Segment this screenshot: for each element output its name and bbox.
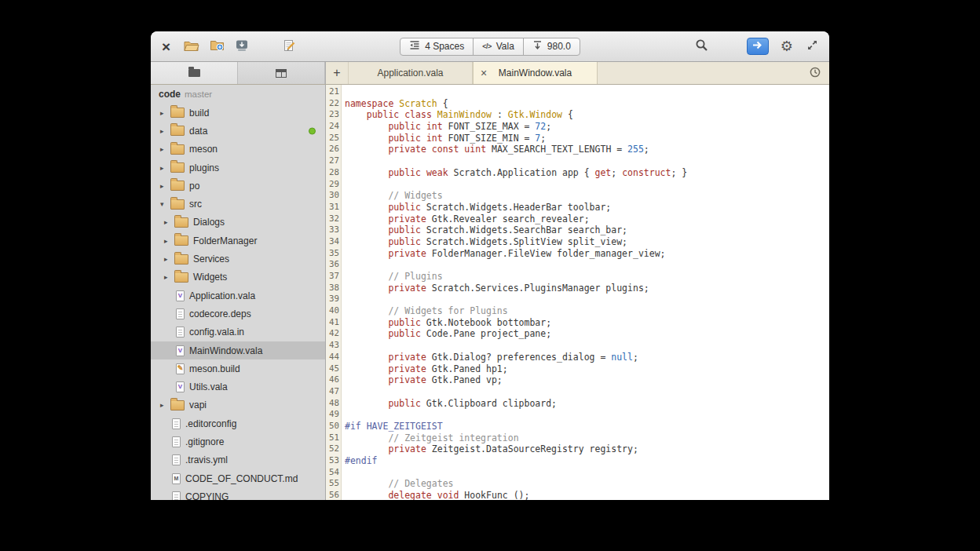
tree-item-editorconfig[interactable]: .editorconfig (151, 414, 325, 432)
code-line-22[interactable]: 22namespace Scratch { (326, 98, 829, 110)
expander-icon[interactable]: ▸ (160, 182, 170, 190)
indent-width-button[interactable]: 4 Spaces (400, 38, 474, 56)
code-line-23[interactable]: 23 public class MainWindow : Gtk.Window … (326, 109, 829, 121)
expander-icon[interactable]: ▸ (160, 401, 170, 409)
file-name: Dialogs (193, 217, 225, 228)
code-line-56[interactable]: 56 delegate void HookFunc (); (326, 490, 829, 500)
code-line-42[interactable]: 42 public Code.Pane project_pane; (326, 328, 829, 340)
search-button[interactable] (693, 37, 710, 56)
code-line-50[interactable]: 50#if HAVE_ZEITGEIST (326, 421, 829, 432)
expander-icon[interactable]: ▸ (164, 218, 174, 226)
expander-icon[interactable]: ▸ (160, 164, 170, 172)
tree-item-dialogs[interactable]: ▸Dialogs (151, 213, 325, 232)
save-button[interactable] (233, 38, 250, 56)
new-tab-button[interactable]: + (326, 62, 348, 84)
line-number: 47 (326, 386, 341, 398)
tree-item-copying[interactable]: COPYING (151, 487, 325, 500)
code-line-45[interactable]: 45 private Gtk.Paned hp1; (326, 363, 829, 375)
tab-application-vala[interactable]: Application.vala (348, 62, 473, 84)
code-line-44[interactable]: 44 private Gtk.Dialog? preferences_dialo… (326, 352, 829, 363)
close-button[interactable]: × (160, 38, 172, 56)
outline-view-toggle[interactable] (238, 62, 325, 84)
file-glyph: V (178, 384, 182, 390)
expander-icon[interactable]: ▸ (160, 127, 170, 135)
code-line-47[interactable]: 47 (326, 386, 829, 398)
tree-item-travis-yml[interactable]: .travis.yml (151, 451, 325, 469)
history-button[interactable] (801, 62, 829, 84)
expander-icon[interactable]: ▾ (160, 200, 170, 208)
tree-item-foldermanager[interactable]: ▸FolderManager (151, 232, 325, 250)
code-line-48[interactable]: 48 public Gtk.Clipboard clipboard; (326, 398, 829, 410)
tab-close-button[interactable]: × (481, 68, 487, 78)
code-line-39[interactable]: 39 (326, 294, 829, 305)
tree-item-data[interactable]: ▸data (151, 122, 325, 140)
code-line-25[interactable]: 25 public int FONT_SIZE_MIN = 7; (326, 133, 829, 144)
code-line-49[interactable]: 49 (326, 409, 829, 421)
code-line-28[interactable]: 28 public weak Scratch.Application app {… (326, 167, 829, 179)
code-line-41[interactable]: 41 public Gtk.Notebook bottombar; (326, 317, 829, 329)
toolbar-left-actions: × (160, 38, 338, 56)
templates-button[interactable] (208, 38, 226, 55)
goto-line-button[interactable]: 980.0 (523, 38, 580, 56)
line-number: 46 (326, 374, 341, 386)
tree-item-meson-build[interactable]: ✎meson.build (151, 359, 325, 378)
code-text: // Zeitgeist integration (341, 432, 519, 443)
code-line-32[interactable]: 32 private Gtk.Revealer search_revealer; (326, 213, 829, 225)
code-text: // Widgets for Plugins (341, 305, 508, 316)
code-line-51[interactable]: 51 // Zeitgeist integration (326, 432, 829, 444)
tree-item-src[interactable]: ▾src (151, 195, 325, 213)
code-line-30[interactable]: 30 // Widgets (326, 190, 829, 202)
tree-item-vapi[interactable]: ▸vapi (151, 396, 325, 414)
code-line-33[interactable]: 33 public Scratch.Widgets.SearchBar sear… (326, 224, 829, 236)
tree-item-config-vala-in[interactable]: config.vala.in (151, 323, 325, 341)
project-header[interactable]: code master (151, 85, 325, 104)
code-line-38[interactable]: 38 private Scratch.Services.PluginsManag… (326, 283, 829, 294)
expander-icon[interactable]: ▸ (164, 237, 174, 245)
tree-item-meson[interactable]: ▸meson (151, 140, 325, 159)
code-editor[interactable]: 2122namespace Scratch {23 public class M… (326, 85, 829, 500)
code-line-54[interactable]: 54 (326, 467, 829, 479)
expander-icon[interactable]: ▸ (160, 109, 170, 117)
tree-item-plugins[interactable]: ▸plugins (151, 159, 325, 177)
tree-item-application-vala[interactable]: VApplication.vala (151, 286, 325, 305)
code-line-31[interactable]: 31 public Scratch.Widgets.HeaderBar tool… (326, 202, 829, 213)
tree-item-codecore-deps[interactable]: codecore.deps (151, 305, 325, 323)
project-view-toggle[interactable] (151, 62, 238, 84)
code-line-21[interactable]: 21 (326, 86, 829, 98)
share-button[interactable] (747, 38, 769, 55)
fullscreen-button[interactable] (805, 38, 820, 55)
tree-item-utils-vala[interactable]: VUtils.vala (151, 378, 325, 396)
expander-icon[interactable]: ▸ (160, 145, 170, 153)
code-app-window: × (151, 31, 829, 500)
code-line-29[interactable]: 29 (326, 179, 829, 191)
toolbar-right-actions: ⚙ (642, 37, 820, 56)
code-line-46[interactable]: 46 private Gtk.Paned vp; (326, 374, 829, 386)
code-line-53[interactable]: 53#endif (326, 455, 829, 467)
code-line-34[interactable]: 34 public Scratch.Widgets.SplitView spli… (326, 236, 829, 248)
open-file-button[interactable] (181, 38, 201, 56)
code-line-55[interactable]: 55 // Delegates (326, 478, 829, 490)
tree-item-gitignore[interactable]: .gitignore (151, 432, 325, 451)
tree-item-po[interactable]: ▸po (151, 177, 325, 195)
language-button[interactable]: </> Vala (473, 38, 524, 56)
tree-item-services[interactable]: ▸Services (151, 250, 325, 268)
tree-item-code-of-conduct-md[interactable]: MCODE_OF_CONDUCT.md (151, 469, 325, 487)
code-line-43[interactable]: 43 (326, 340, 829, 352)
code-line-24[interactable]: 24 public int FONT_SIZE_MAX = 72; (326, 121, 829, 133)
code-line-26[interactable]: 26 private const uint MAX_SEARCH_TEXT_LE… (326, 144, 829, 155)
code-line-40[interactable]: 40 // Widgets for Plugins (326, 305, 829, 317)
code-line-35[interactable]: 35 private FolderManager.FileView folder… (326, 248, 829, 260)
settings-button[interactable]: ⚙ (779, 38, 795, 55)
code-line-36[interactable]: 36 (326, 259, 829, 271)
tab-mainwindow-vala[interactable]: × MainWindow.vala (473, 62, 598, 84)
code-line-37[interactable]: 37 // Plugins (326, 271, 829, 283)
tree-item-mainwindow-vala[interactable]: VMainWindow.vala (151, 341, 325, 359)
tree-item-build[interactable]: ▸build (151, 104, 325, 122)
code-line-52[interactable]: 52 private Zeitgeist.DataSourceRegistry … (326, 443, 829, 455)
expander-icon[interactable]: ▸ (164, 255, 174, 263)
tree-item-widgets[interactable]: ▸Widgets (151, 268, 325, 286)
line-number: 25 (326, 133, 341, 144)
save-as-button[interactable] (281, 38, 298, 56)
expander-icon[interactable]: ▸ (164, 273, 174, 281)
code-line-27[interactable]: 27 (326, 155, 829, 167)
